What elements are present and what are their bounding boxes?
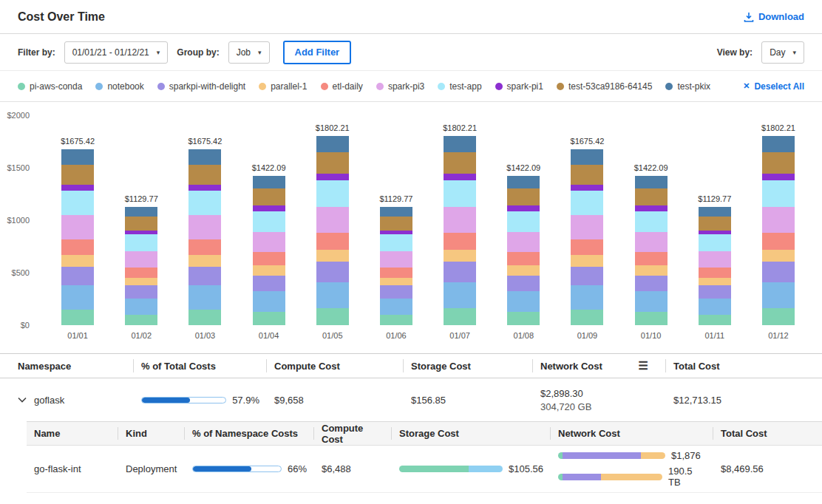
bar-segment-test-pkix[interactable]	[61, 149, 94, 165]
bar-segment-test-pkix[interactable]	[316, 136, 349, 152]
view-by-select[interactable]: Day ▾	[761, 41, 804, 64]
bar-segment-etl-daily[interactable]	[444, 233, 476, 250]
bar-segment-sparkpi-with-delight[interactable]	[635, 276, 668, 292]
bar-segment-parallel-1[interactable]	[380, 278, 412, 286]
bar-segment-test-53ca9186-64145[interactable]	[125, 217, 157, 230]
bar-segment-spark-pi3[interactable]	[762, 207, 795, 233]
stacked-bar-01/03[interactable]	[188, 149, 221, 325]
bar-segment-notebook[interactable]	[699, 299, 731, 315]
bar-segment-spark-pi1[interactable]	[762, 174, 795, 181]
deselect-all-button[interactable]: ✕ Deselect All	[743, 81, 804, 92]
bar-segment-etl-daily[interactable]	[571, 239, 603, 255]
bar-segment-pi-aws-conda[interactable]	[316, 308, 349, 325]
bar-segment-test-app[interactable]	[699, 234, 731, 251]
bar-segment-test-app[interactable]	[316, 180, 349, 206]
bar-segment-parallel-1[interactable]	[188, 255, 221, 267]
bar-segment-spark-pi1[interactable]	[61, 185, 94, 191]
bar-segment-test-app[interactable]	[444, 180, 476, 206]
stacked-bar-01/05[interactable]	[316, 136, 349, 325]
bar-segment-spark-pi3[interactable]	[380, 251, 412, 268]
legend-item-test-53ca9186-64145[interactable]: test-53ca9186-64145	[557, 81, 652, 92]
bar-segment-pi-aws-conda[interactable]	[444, 308, 476, 325]
bar-segment-pi-aws-conda[interactable]	[61, 310, 94, 325]
bar-segment-test-53ca9186-64145[interactable]	[380, 217, 412, 230]
bar-segment-parallel-1[interactable]	[699, 278, 731, 286]
legend-item-parallel-1[interactable]: parallel-1	[259, 81, 307, 92]
bar-segment-parallel-1[interactable]	[635, 265, 668, 275]
bar-segment-test-app[interactable]	[507, 211, 540, 232]
bar-segment-etl-daily[interactable]	[253, 252, 285, 265]
bar-segment-etl-daily[interactable]	[762, 233, 795, 250]
bar-segment-pi-aws-conda[interactable]	[699, 315, 731, 325]
bar-segment-test-pkix[interactable]	[444, 136, 476, 152]
legend-item-spark-pi3[interactable]: spark-pi3	[376, 81, 424, 92]
bar-segment-etl-daily[interactable]	[380, 268, 412, 278]
bar-segment-spark-pi1[interactable]	[635, 205, 668, 211]
stacked-bar-01/11[interactable]	[699, 207, 731, 325]
bar-segment-parallel-1[interactable]	[571, 255, 603, 267]
bar-segment-sparkpi-with-delight[interactable]	[380, 285, 412, 298]
bar-segment-spark-pi3[interactable]	[253, 232, 285, 253]
bar-segment-sparkpi-with-delight[interactable]	[253, 276, 285, 292]
bar-segment-test-pkix[interactable]	[507, 176, 540, 188]
bar-segment-notebook[interactable]	[762, 282, 795, 308]
bar-segment-test-app[interactable]	[380, 234, 412, 251]
bar-segment-spark-pi3[interactable]	[635, 232, 668, 253]
bar-segment-notebook[interactable]	[571, 285, 603, 310]
workload-name[interactable]: go-flask-int	[27, 459, 118, 479]
bar-segment-spark-pi1[interactable]	[571, 185, 603, 191]
bar-segment-etl-daily[interactable]	[316, 233, 349, 250]
bar-segment-test-53ca9186-64145[interactable]	[699, 217, 731, 230]
bar-segment-sparkpi-with-delight[interactable]	[507, 276, 540, 292]
bar-segment-spark-pi3[interactable]	[444, 207, 476, 233]
bar-segment-pi-aws-conda[interactable]	[571, 310, 603, 325]
bar-segment-notebook[interactable]	[61, 285, 94, 310]
bar-segment-parallel-1[interactable]	[316, 250, 349, 262]
bar-segment-pi-aws-conda[interactable]	[635, 312, 668, 325]
bar-segment-test-pkix[interactable]	[253, 176, 285, 188]
stacked-bar-01/08[interactable]	[507, 176, 540, 325]
bar-segment-sparkpi-with-delight[interactable]	[571, 267, 603, 286]
bar-segment-test-pkix[interactable]	[125, 207, 157, 217]
group-by-select[interactable]: Job ▾	[228, 41, 270, 64]
bar-segment-test-app[interactable]	[635, 211, 668, 232]
namespace-expander[interactable]: goflask	[0, 390, 134, 410]
bar-segment-sparkpi-with-delight[interactable]	[188, 267, 221, 286]
bar-segment-test-app[interactable]	[571, 191, 603, 215]
bar-segment-test-app[interactable]	[125, 234, 157, 251]
legend-item-pi-aws-conda[interactable]: pi-aws-conda	[18, 81, 82, 92]
bar-segment-test-app[interactable]	[762, 180, 795, 206]
bar-segment-spark-pi1[interactable]	[507, 205, 540, 211]
bar-segment-spark-pi3[interactable]	[507, 232, 540, 253]
bar-segment-test-53ca9186-64145[interactable]	[188, 165, 221, 185]
bar-segment-test-pkix[interactable]	[571, 149, 603, 165]
bar-segment-test-53ca9186-64145[interactable]	[61, 165, 94, 185]
bar-segment-spark-pi3[interactable]	[571, 215, 603, 239]
stacked-bar-01/12[interactable]	[762, 136, 795, 325]
bar-segment-test-pkix[interactable]	[635, 176, 668, 188]
bar-segment-parallel-1[interactable]	[507, 265, 540, 275]
bar-segment-sparkpi-with-delight[interactable]	[762, 262, 795, 282]
bar-segment-pi-aws-conda[interactable]	[253, 312, 285, 325]
bar-segment-test-53ca9186-64145[interactable]	[571, 165, 603, 185]
stacked-bar-01/04[interactable]	[253, 176, 285, 325]
legend-item-test-app[interactable]: test-app	[438, 81, 481, 92]
legend-item-sparkpi-with-delight[interactable]: sparkpi-with-delight	[157, 81, 245, 92]
bar-segment-notebook[interactable]	[188, 285, 221, 310]
bar-segment-test-pkix[interactable]	[762, 136, 795, 152]
bar-segment-parallel-1[interactable]	[125, 278, 157, 286]
add-filter-button[interactable]: Add Filter	[283, 41, 352, 64]
bar-segment-test-53ca9186-64145[interactable]	[507, 188, 540, 205]
legend-item-notebook[interactable]: notebook	[95, 81, 143, 92]
bar-segment-spark-pi3[interactable]	[699, 251, 731, 268]
bar-segment-test-app[interactable]	[188, 191, 221, 215]
bar-segment-spark-pi3[interactable]	[125, 251, 157, 268]
bar-segment-spark-pi3[interactable]	[188, 215, 221, 239]
legend-item-etl-daily[interactable]: etl-daily	[321, 81, 363, 92]
download-button[interactable]: Download	[744, 11, 804, 22]
bar-segment-etl-daily[interactable]	[699, 268, 731, 278]
bar-segment-spark-pi1[interactable]	[316, 174, 349, 181]
bar-segment-spark-pi3[interactable]	[61, 215, 94, 239]
bar-segment-test-pkix[interactable]	[699, 207, 731, 217]
stacked-bar-01/01[interactable]	[61, 149, 94, 325]
